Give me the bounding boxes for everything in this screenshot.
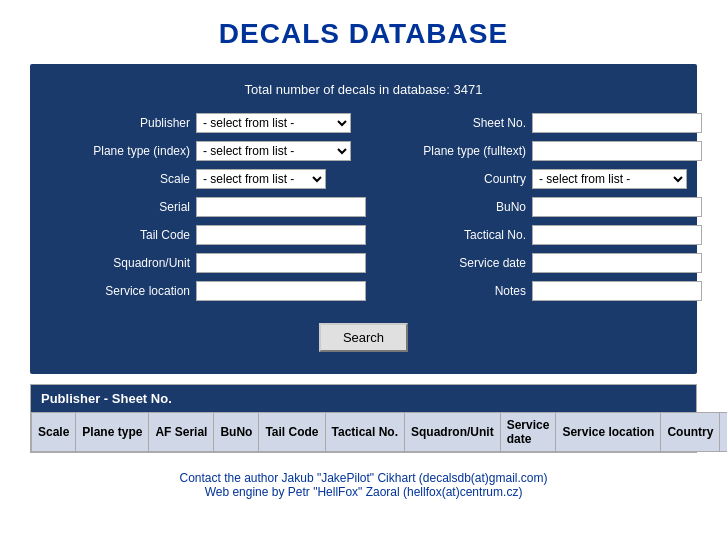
scale-label: Scale [60,172,190,186]
notes-label: Notes [396,284,526,298]
buno-row: BuNo [396,197,702,217]
col-tail-code: Tail Code [259,413,325,452]
notes-row: Notes [396,281,702,301]
squadron-label: Squadron/Unit [60,256,190,270]
col-plane-type: Plane type [76,413,149,452]
service-date-label: Service date [396,256,526,270]
plane-type-index-label: Plane type (index) [60,144,190,158]
squadron-input[interactable] [196,253,366,273]
results-table: Scale Plane type AF Serial BuNo Tail Cod… [31,412,727,452]
search-form: Publisher - select from list - Plane typ… [60,113,667,309]
serial-row: Serial [60,197,366,217]
footer-line2: Web engine by Petr "HellFox" Zaoral (hel… [0,485,727,499]
search-panel: Total number of decals in database: 3471… [30,64,697,374]
plane-type-fulltext-input[interactable] [532,141,702,161]
col-af-serial: AF Serial [149,413,214,452]
tail-code-input[interactable] [196,225,366,245]
tail-code-row: Tail Code [60,225,366,245]
tactical-no-input[interactable] [532,225,702,245]
col-squadron: Squadron/Unit [405,413,501,452]
col-notes: Notes [720,413,727,452]
service-location-input[interactable] [196,281,366,301]
table-header-row: Scale Plane type AF Serial BuNo Tail Cod… [32,413,728,452]
col-tactical-no: Tactical No. [325,413,404,452]
footer: Contact the author Jakub "JakePilot" Cik… [0,463,727,509]
buno-label: BuNo [396,200,526,214]
plane-type-fulltext-label: Plane type (fulltext) [396,144,526,158]
notes-input[interactable] [532,281,702,301]
search-button[interactable]: Search [319,323,408,352]
scale-row: Scale - select from list - [60,169,366,189]
right-column: Sheet No. Plane type (fulltext) Country … [396,113,702,309]
footer-line1: Contact the author Jakub "JakePilot" Cik… [0,471,727,485]
buno-input[interactable] [532,197,702,217]
country-row: Country - select from list - [396,169,702,189]
sheet-no-input[interactable] [532,113,702,133]
service-date-row: Service date [396,253,702,273]
country-select[interactable]: - select from list - [532,169,687,189]
tactical-no-row: Tactical No. [396,225,702,245]
scale-select[interactable]: - select from list - [196,169,326,189]
plane-type-index-row: Plane type (index) - select from list - [60,141,366,161]
serial-input[interactable] [196,197,366,217]
publisher-select[interactable]: - select from list - [196,113,351,133]
tactical-no-label: Tactical No. [396,228,526,242]
page-title: DECALS DATABASE [0,0,727,64]
country-label: Country [396,172,526,186]
col-scale: Scale [32,413,76,452]
plane-type-fulltext-row: Plane type (fulltext) [396,141,702,161]
publisher-row: Publisher - select from list - [60,113,366,133]
left-column: Publisher - select from list - Plane typ… [60,113,366,309]
results-header: Publisher - Sheet No. [31,385,696,412]
service-location-label: Service location [60,284,190,298]
service-location-row: Service location [60,281,366,301]
results-panel: Publisher - Sheet No. Scale Plane type A… [30,384,697,453]
sheet-no-label: Sheet No. [396,116,526,130]
publisher-label: Publisher [60,116,190,130]
plane-type-index-select[interactable]: - select from list - [196,141,351,161]
total-count: Total number of decals in database: 3471 [60,82,667,97]
serial-label: Serial [60,200,190,214]
service-date-input[interactable] [532,253,702,273]
tail-code-label: Tail Code [60,228,190,242]
col-country: Country [661,413,720,452]
col-service-location: Service location [556,413,661,452]
col-service-date: Servicedate [500,413,556,452]
squadron-row: Squadron/Unit [60,253,366,273]
col-buno: BuNo [214,413,259,452]
sheet-no-row: Sheet No. [396,113,702,133]
